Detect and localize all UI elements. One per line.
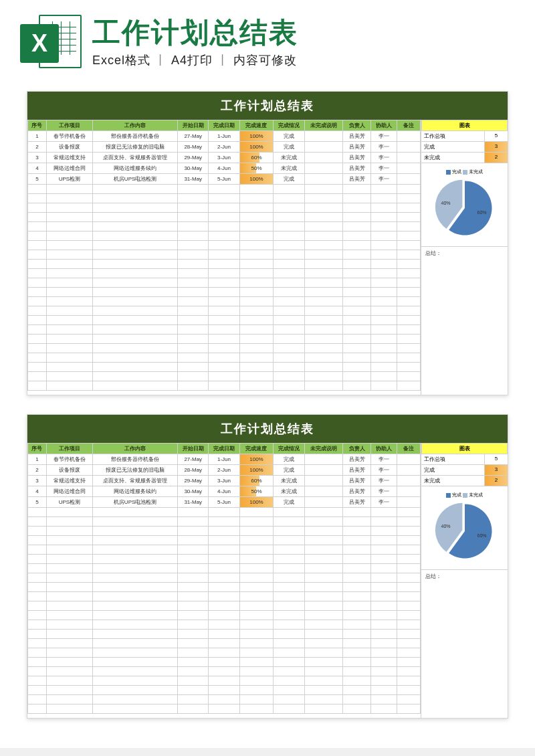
column-header: 负责人: [343, 444, 371, 454]
main-title: 工作计划总结表: [92, 17, 515, 48]
column-header: 完成日期: [209, 444, 239, 454]
paper-area: 熊猫办公 熊猫办公 熊猫办公 熊猫办公 工作计划总结表序号工作项目工作内容开始日…: [0, 79, 535, 748]
pie-chart: 完成 未完成60%40%: [421, 163, 508, 247]
stats-row: 完成3: [421, 465, 508, 476]
column-header: 序号: [28, 120, 47, 131]
sheet-title: 工作计划总结表: [27, 415, 508, 443]
table-row: 3常规运维支持桌面支持、常规服务器管理29-May3-Jun60%未完成吕美芳李…: [28, 153, 421, 163]
column-header: 负责人: [343, 120, 371, 131]
column-header: 完成情况: [274, 120, 304, 131]
stats-row: 完成3: [421, 142, 508, 153]
column-header: 未完成说明: [304, 120, 343, 131]
column-header: 完成情况: [274, 444, 304, 454]
summary-box: 总结：: [421, 570, 508, 718]
stats-row: 未完成2: [421, 476, 508, 486]
column-header: 开始日期: [178, 444, 209, 454]
sheet-preview-2: 工作计划总结表序号工作项目工作内容开始日期完成日期完成速度完成情况未完成说明负责…: [27, 414, 508, 719]
subtitle: Excel格式丨A4打印丨内容可修改: [92, 52, 515, 68]
column-header: 工作内容: [93, 444, 178, 454]
table-row: 5UPS检测机房UPS电池检测31-May5-Jun100%完成吕美芳李一: [28, 497, 421, 508]
column-header: 完成速度: [239, 120, 274, 131]
table-row: 4网络运维合同网络运维服务续约30-May4-Jun50%未完成吕美芳李一: [28, 163, 421, 174]
table-row: 1春节停机备份部份服务器停机备份27-May1-Jun100%完成吕美芳李一: [28, 131, 421, 142]
stats-header: 图表: [421, 443, 508, 454]
stats-row: 未完成2: [421, 153, 508, 163]
column-header: 工作项目: [46, 444, 92, 454]
column-header: 备注: [397, 120, 421, 131]
pie-chart: 完成 未完成60%40%: [421, 486, 508, 570]
side-panel: 图表工作总项5完成3未完成2完成 未完成60%40%总结：: [421, 120, 508, 395]
data-table: 序号工作项目工作内容开始日期完成日期完成速度完成情况未完成说明负责人协助人备注1…: [27, 443, 421, 714]
table-row: 4网络运维合同网络运维服务续约30-May4-Jun50%未完成吕美芳李一: [28, 486, 421, 497]
table-row: 2设备报废报废已无法修复的旧电脑28-May2-Jun100%完成吕美芳李一: [28, 465, 421, 476]
column-header: 完成速度: [239, 444, 274, 454]
column-header: 协助人: [370, 120, 397, 131]
stats-row: 工作总项5: [421, 454, 508, 465]
sheet-title: 工作计划总结表: [27, 92, 508, 120]
summary-box: 总结：: [421, 247, 508, 395]
side-panel: 图表工作总项5完成3未完成2完成 未完成60%40%总结：: [421, 443, 508, 718]
stats-header: 图表: [421, 120, 508, 131]
excel-icon: X: [20, 12, 82, 74]
page-header: X 工作计划总结表 Excel格式丨A4打印丨内容可修改: [0, 0, 535, 79]
column-header: 工作项目: [46, 120, 92, 131]
column-header: 开始日期: [178, 120, 209, 131]
sheet-preview-1: 工作计划总结表序号工作项目工作内容开始日期完成日期完成速度完成情况未完成说明负责…: [27, 91, 508, 395]
column-header: 工作内容: [93, 120, 178, 131]
table-row: 1春节停机备份部份服务器停机备份27-May1-Jun100%完成吕美芳李一: [28, 454, 421, 465]
column-header: 备注: [397, 444, 421, 454]
column-header: 协助人: [370, 444, 397, 454]
column-header: 完成日期: [209, 120, 239, 131]
table-row: 2设备报废报废已无法修复的旧电脑28-May2-Jun100%完成吕美芳李一: [28, 142, 421, 153]
column-header: 未完成说明: [304, 444, 343, 454]
data-table: 序号工作项目工作内容开始日期完成日期完成速度完成情况未完成说明负责人协助人备注1…: [27, 120, 421, 391]
table-row: 3常规运维支持桌面支持、常规服务器管理29-May3-Jun60%未完成吕美芳李…: [28, 476, 421, 486]
stats-row: 工作总项5: [421, 131, 508, 142]
column-header: 序号: [28, 444, 47, 454]
table-row: 5UPS检测机房UPS电池检测31-May5-Jun100%完成吕美芳李一: [28, 174, 421, 185]
